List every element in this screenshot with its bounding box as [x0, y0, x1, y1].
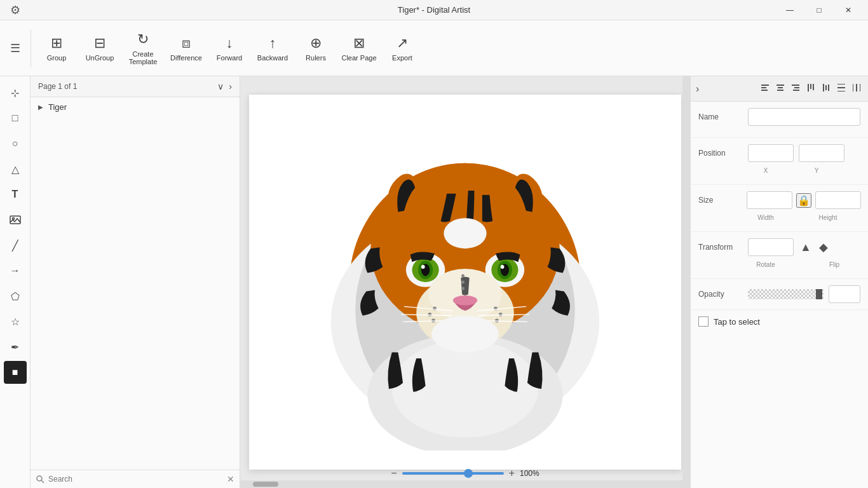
title-bar: ⚙ Tiger* - Digital Artist — □ ✕	[0, 0, 868, 20]
svg-rect-48	[813, 84, 814, 90]
flip-label: Flip	[811, 261, 857, 268]
difference-button[interactable]: ⧈ Difference	[166, 25, 207, 71]
tool-line[interactable]: ╱	[4, 234, 27, 257]
transform-sublabels: Rotate Flip	[698, 261, 860, 268]
position-y-input[interactable]	[799, 144, 844, 162]
position-label: Position	[698, 149, 743, 158]
name-input[interactable]	[748, 108, 860, 126]
size-sublabels: Width Height	[698, 214, 860, 221]
transform-label: Transform	[698, 243, 743, 252]
layers-controls: ∨ ›	[217, 81, 232, 92]
layers-collapse-btn[interactable]: ∨	[217, 81, 224, 92]
properties-panel: ›	[690, 76, 868, 488]
settings-icon[interactable]: ⚙	[5, 0, 25, 22]
alignment-icons	[759, 81, 863, 96]
zoom-in-button[interactable]: +	[509, 468, 515, 479]
svg-rect-53	[837, 84, 845, 85]
flip-vertical-button[interactable]: ▲	[799, 240, 813, 255]
canvas-scrollbar-horizontal[interactable]	[240, 480, 690, 488]
svg-point-23	[428, 313, 431, 316]
zoom-slider-thumb[interactable]	[464, 469, 473, 478]
position-x-input[interactable]	[748, 144, 794, 162]
toolbar: ☰ ⊞ Group ⊟ UnGroup ↻ Create Template ⧈ …	[0, 20, 868, 76]
forward-button[interactable]: ↓ Forward	[209, 25, 250, 71]
svg-rect-50	[825, 85, 827, 90]
create-template-button[interactable]: ↻ Create Template	[123, 25, 163, 71]
backward-button[interactable]: ↑ Backward	[252, 25, 293, 71]
search-input[interactable]	[48, 475, 223, 484]
scroll-thumb[interactable]	[253, 482, 278, 487]
tool-image[interactable]	[4, 208, 27, 231]
layers-panel: Page 1 of 1 ∨ › ▶ Tiger ✕	[31, 76, 240, 488]
svg-rect-37	[761, 85, 769, 86]
tool-select[interactable]: ⊹	[4, 81, 27, 104]
tool-star[interactable]: ☆	[4, 310, 27, 333]
svg-point-36	[431, 316, 499, 353]
svg-rect-44	[794, 87, 799, 88]
close-button[interactable]: ✕	[834, 0, 863, 20]
tool-polygon[interactable]: ⬠	[4, 285, 27, 308]
size-label: Size	[698, 196, 743, 205]
maximize-button[interactable]: □	[804, 0, 834, 20]
tool-pen[interactable]: ✒	[4, 336, 27, 358]
tool-arrow[interactable]: →	[4, 259, 27, 282]
align-left-icon[interactable]	[759, 81, 771, 96]
align-top-icon[interactable]	[804, 81, 817, 96]
align-center-icon[interactable]	[774, 81, 787, 96]
opacity-row: Opacity 100%	[698, 285, 860, 303]
width-input[interactable]	[747, 191, 792, 209]
transform-section: Transform ▲ ◆ Rotate Flip	[691, 232, 868, 279]
export-button[interactable]: ↗ Export	[382, 25, 423, 71]
layer-name: Tiger	[48, 102, 67, 112]
svg-rect-52	[837, 87, 845, 88]
clear-page-button[interactable]: ⊠ Clear Page	[339, 25, 379, 71]
position-row: Position	[698, 144, 860, 162]
svg-point-8	[444, 218, 486, 248]
opacity-thumb[interactable]	[816, 289, 822, 299]
align-right-icon[interactable]	[789, 81, 802, 96]
minimize-button[interactable]: —	[775, 0, 804, 20]
height-input[interactable]	[815, 191, 861, 209]
canvas-area[interactable]: − + 100%	[240, 76, 690, 488]
svg-line-3	[41, 480, 44, 483]
create-template-icon: ↻	[137, 31, 149, 48]
rotate-input[interactable]	[748, 238, 794, 256]
tools-sidebar: ⊹ □ ○ △ T ╱ → ⬠ ☆ ✒ ■	[0, 76, 31, 488]
ungroup-button[interactable]: ⊟ UnGroup	[79, 25, 120, 71]
group-button[interactable]: ⊞ Group	[36, 25, 77, 71]
tool-triangle[interactable]: △	[4, 158, 27, 180]
clear-page-icon: ⊠	[353, 35, 365, 51]
svg-rect-46	[808, 84, 809, 92]
svg-rect-45	[793, 90, 799, 91]
lock-aspect-button[interactable]: 🔒	[796, 193, 811, 208]
opacity-section: Opacity 100%	[691, 279, 868, 310]
tool-paint[interactable]: ■	[4, 361, 27, 384]
rotate-label: Rotate	[743, 261, 789, 268]
rulers-button[interactable]: ⊕ Rulers	[295, 25, 336, 71]
tool-text[interactable]: T	[4, 183, 27, 206]
tool-ellipse[interactable]: ○	[4, 132, 27, 155]
distribute-icon[interactable]	[835, 81, 848, 96]
layers-close-btn[interactable]: ›	[229, 81, 232, 92]
group-icon: ⊞	[51, 35, 62, 51]
props-header: ›	[691, 76, 868, 102]
tool-rectangle[interactable]: □	[4, 107, 27, 130]
search-clear-button[interactable]: ✕	[227, 474, 234, 484]
props-expand-btn[interactable]: ›	[696, 83, 699, 95]
zoom-out-button[interactable]: −	[391, 468, 397, 479]
canvas-scrollbar-vertical[interactable]	[682, 76, 690, 480]
name-section: Name	[691, 102, 868, 138]
tap-select-label: Tap to select	[714, 317, 760, 327]
opacity-value-input[interactable]: 100%	[829, 285, 860, 303]
align-middle-icon[interactable]	[820, 81, 832, 96]
opacity-slider[interactable]	[748, 289, 824, 299]
hamburger-menu[interactable]: ☰	[5, 36, 25, 60]
tap-select-checkbox[interactable]	[698, 316, 709, 327]
distribute-v-icon[interactable]	[850, 81, 863, 96]
drag-handle[interactable]	[461, 274, 465, 290]
rulers-icon: ⊕	[310, 35, 322, 51]
layer-item-tiger[interactable]: ▶ Tiger	[31, 97, 240, 117]
flip-horizontal-button[interactable]: ◆	[818, 239, 829, 255]
size-row: Size 🔒	[698, 191, 860, 209]
zoom-slider-track[interactable]	[402, 472, 504, 475]
